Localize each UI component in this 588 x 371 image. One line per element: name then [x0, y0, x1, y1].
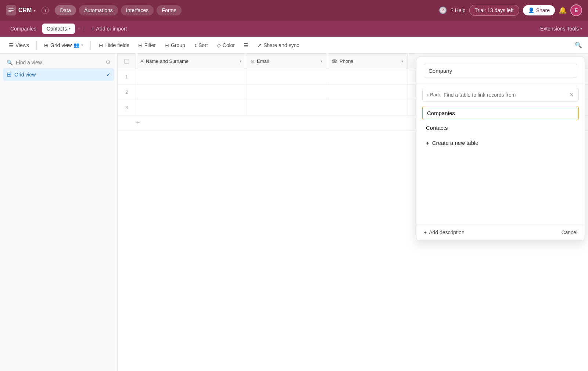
sub-nav-contacts[interactable]: Contacts ▾ — [42, 24, 75, 34]
help-circle-icon: ? — [451, 7, 453, 13]
popup-empty-space — [416, 150, 585, 224]
nav-interfaces-btn[interactable]: Interfaces — [121, 5, 154, 15]
popup-list-item-companies[interactable]: Companies — [422, 106, 579, 120]
share-sync-label: Share and sync — [263, 42, 299, 48]
nav-automations-btn[interactable]: Automations — [79, 5, 118, 15]
td-row-2-num: 2 — [118, 85, 136, 100]
nav-forms-btn[interactable]: Forms — [157, 5, 182, 15]
th-phone-label: Phone — [340, 58, 354, 64]
td-row-1-num: 1 — [118, 69, 136, 84]
cancel-btn[interactable]: Cancel — [561, 229, 577, 235]
hide-fields-btn[interactable]: ⊟ Hide fields — [95, 40, 133, 50]
sidebar: 🔍 ⚙ ⊞ Grid view ✓ — [0, 54, 118, 371]
group-btn[interactable]: ⊟ Group — [161, 40, 189, 50]
td-row-1-email[interactable] — [246, 69, 327, 84]
grid-view-people-icon: 👥 — [74, 42, 79, 48]
nav-data-btn[interactable]: Data — [55, 5, 76, 15]
nav-logo[interactable]: CRM ▾ — [6, 5, 36, 15]
add-label: Add or import — [96, 26, 127, 32]
toolbar: ☰ Views ⊞ Grid view 👥 ▾ ⊟ Hide fields ⊟ … — [0, 37, 588, 54]
th-checkbox[interactable] — [118, 54, 136, 69]
share-label: Share — [536, 7, 550, 13]
views-hamburger-icon: ☰ — [9, 42, 14, 48]
td-row-3-name[interactable] — [136, 100, 246, 115]
grid-view-btn[interactable]: ⊞ Grid view 👥 ▾ — [41, 40, 86, 50]
color-btn[interactable]: ◇ Color — [213, 40, 239, 50]
add-icon: + — [91, 26, 94, 32]
back-label: Back — [430, 92, 441, 97]
sort-icon: ↕ — [194, 42, 197, 48]
help-label: Help — [455, 7, 466, 13]
td-row-2-email[interactable] — [246, 85, 327, 100]
td-row-2-phone[interactable] — [327, 85, 408, 100]
top-nav: CRM ▾ i Data Automations Interfaces Form… — [0, 0, 588, 21]
td-row-1-phone[interactable] — [327, 69, 408, 84]
filter-btn[interactable]: ⊟ Filter — [135, 40, 159, 50]
text-field-icon: A — [140, 58, 144, 64]
td-row-3-email[interactable] — [246, 100, 327, 115]
extensions-btn[interactable]: Extensions — [540, 26, 565, 32]
help-btn[interactable]: ? Help — [451, 7, 466, 13]
tools-dropdown[interactable]: Tools ▾ — [567, 26, 582, 32]
info-icon[interactable]: i — [42, 7, 49, 14]
trial-btn[interactable]: Trial: 13 days left — [469, 5, 519, 16]
sidebar-search-icon: 🔍 — [7, 60, 13, 65]
popup-search-clear-btn[interactable]: ✕ — [569, 91, 574, 98]
phone-field-icon: ☎ — [331, 58, 337, 64]
sub-nav-companies[interactable]: Companies — [6, 24, 41, 34]
field-name-input[interactable] — [424, 64, 577, 78]
row-height-btn[interactable]: ☰ — [240, 40, 252, 50]
color-icon: ◇ — [217, 42, 221, 48]
grid-view-chevron-icon: ▾ — [81, 43, 83, 47]
th-email[interactable]: ✉ Email ▾ — [246, 54, 327, 69]
sidebar-settings-icon[interactable]: ⚙ — [105, 59, 111, 66]
sub-nav-divider: | — [83, 26, 85, 32]
sidebar-item-grid-view[interactable]: ⊞ Grid view ✓ — [3, 68, 114, 81]
popup-create-new-table[interactable]: + Create a new table — [422, 135, 579, 150]
app-name: CRM — [18, 7, 32, 14]
tabs-overflow-icon[interactable]: ‹› — [78, 26, 80, 31]
hide-fields-label: Hide fields — [105, 42, 129, 48]
contacts-tab-label: Contacts — [47, 26, 67, 32]
popup-back-btn[interactable]: ‹ Back — [427, 92, 441, 97]
grid-icon: ⊞ — [44, 42, 49, 48]
back-chevron-icon: ‹ — [427, 92, 429, 97]
table-search-input[interactable] — [444, 92, 566, 98]
sidebar-search-input[interactable] — [16, 60, 103, 65]
app-name-chevron-icon: ▾ — [34, 8, 36, 13]
th-name-surname[interactable]: A Name and Surname ▾ — [136, 54, 246, 69]
svg-rect-1 — [8, 10, 14, 11]
td-row-2-name[interactable] — [136, 85, 246, 100]
th-phone[interactable]: ☎ Phone ▾ — [327, 54, 408, 69]
popup-list-item-contacts[interactable]: Contacts — [422, 120, 579, 135]
tools-label: Tools — [567, 26, 579, 32]
toolbar-divider-2 — [90, 41, 91, 50]
group-icon: ⊟ — [165, 42, 169, 48]
sidebar-grid-view-label: Grid view — [14, 72, 36, 78]
user-avatar[interactable]: E — [570, 4, 582, 16]
share-btn[interactable]: 👤 Share — [523, 5, 555, 15]
notifications-bell-icon[interactable]: 🔔 — [559, 6, 567, 14]
th-email-chevron-icon: ▾ — [320, 59, 322, 63]
add-description-btn[interactable]: + Add description — [424, 229, 465, 235]
sort-btn[interactable]: ↕ Sort — [190, 40, 212, 50]
add-or-import-btn[interactable]: + Add or import — [87, 24, 130, 33]
share-sync-btn[interactable]: ↗ Share and sync — [254, 40, 303, 50]
history-icon[interactable]: 🕐 — [439, 6, 447, 14]
add-row-btn[interactable]: + — [136, 119, 140, 127]
row-height-icon: ☰ — [244, 42, 248, 48]
views-toggle[interactable]: ☰ Views — [6, 40, 32, 50]
sort-label: Sort — [198, 42, 208, 48]
popup-field-name-section — [416, 57, 585, 83]
td-row-1-name[interactable] — [136, 69, 246, 84]
popup-search-row: ‹ Back ✕ — [422, 88, 579, 101]
sub-nav: Companies Contacts ▾ ‹› | + Add or impor… — [0, 21, 588, 37]
search-icon: 🔍 — [575, 42, 582, 48]
create-table-label: Create a new table — [432, 140, 478, 146]
toolbar-search-btn[interactable]: 🔍 — [575, 42, 582, 49]
nav-right: 🕐 ? Help Trial: 13 days left 👤 Share 🔔 E — [439, 4, 582, 16]
email-field-icon: ✉ — [251, 58, 255, 64]
tools-chevron-icon: ▾ — [580, 26, 582, 31]
contacts-option-label: Contacts — [426, 125, 448, 131]
td-row-3-phone[interactable] — [327, 100, 408, 115]
